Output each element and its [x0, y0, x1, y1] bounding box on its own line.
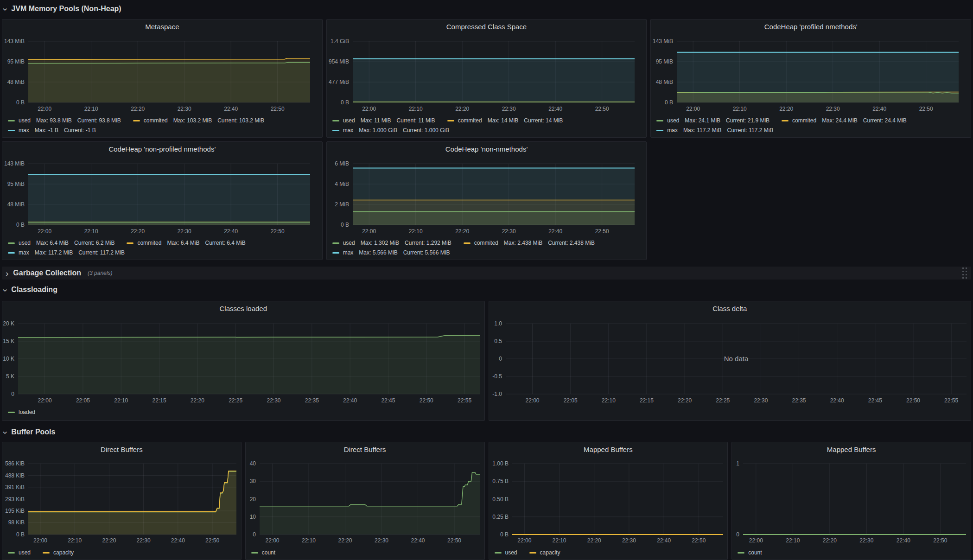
svg-text:22:50: 22:50 [934, 537, 948, 544]
series-max [28, 175, 310, 225]
legend-item-max[interactable]: maxMax: 1.000 GiBCurrent: 1.000 GiB [332, 126, 449, 135]
legend-item-count[interactable]: count [738, 548, 762, 558]
svg-text:22:30: 22:30 [267, 397, 280, 404]
legend-series-name: max [343, 126, 354, 135]
legend-series-name: used [505, 548, 517, 558]
svg-text:0 B: 0 B [16, 531, 25, 538]
svg-text:22:15: 22:15 [639, 397, 653, 404]
legend-series-name: loaded [19, 407, 35, 417]
legend-item-used[interactable]: usedMax: 11 MiBCurrent: 11 MiB [332, 116, 435, 126]
svg-text:0 B: 0 B [500, 531, 508, 538]
svg-text:30: 30 [249, 478, 256, 484]
svg-text:477 MiB: 477 MiB [329, 79, 349, 85]
svg-text:293 KiB: 293 KiB [5, 496, 25, 503]
panel-title[interactable]: Class delta [489, 305, 971, 312]
row-header-jvm-memory-pools[interactable]: › JVM Memory Pools (Non-Heap) [4, 3, 121, 15]
row-title: Buffer Pools [11, 428, 55, 436]
svg-text:22:10: 22:10 [601, 397, 615, 404]
svg-text:1: 1 [737, 460, 740, 467]
svg-text:22:00: 22:00 [38, 228, 51, 235]
legend-item-commited[interactable]: commitedMax: 14 MiBCurrent: 14 MiB [447, 116, 563, 126]
svg-text:0.25 B: 0.25 B [492, 514, 509, 520]
legend-item-loaded[interactable]: loaded [8, 407, 35, 417]
legend-series-stat: Current: 6.2 MiB [74, 238, 114, 248]
legend-series-name: count [748, 548, 762, 558]
legend-item-max[interactable]: maxMax: 117.2 MiBCurrent: 117.2 MiB [8, 248, 125, 258]
row-garbage-collection[interactable]: › Garbage Collection (3 panels) [2, 267, 971, 280]
legend-series-stat: Max: 1.000 GiB [359, 126, 397, 135]
legend-item-used[interactable]: usedMax: 6.4 MiBCurrent: 6.2 MiB [8, 238, 114, 248]
legend-item-max[interactable]: maxMax: 5.566 MiBCurrent: 5.566 MiB [332, 248, 450, 258]
legend-series-stat: Max: 117.2 MiB [683, 126, 721, 135]
legend-item-used[interactable]: used [495, 548, 517, 558]
legend-series-color-icon [738, 552, 744, 554]
legend-item-capacity[interactable]: capacity [529, 548, 560, 558]
legend-item-used[interactable]: usedMax: 93.8 MiBCurrent: 93.8 MiB [8, 116, 121, 126]
panel-title[interactable]: Metaspace [2, 23, 322, 31]
legend-item-commited[interactable]: commitedMax: 2.438 MiBCurrent: 2.438 MiB [464, 238, 595, 248]
svg-text:48 MiB: 48 MiB [7, 79, 25, 85]
legend-series-name: max [19, 248, 29, 258]
panel-title[interactable]: CodeHeap 'profiled nmethods' [651, 23, 971, 31]
x-axis-tick-labels: 22:0022:1022:2022:3022:4022:50 [517, 537, 706, 544]
y-axis-tick-labels: 0 B0.25 B0.50 B0.75 B1.00 B [492, 460, 509, 538]
legend-item-commited[interactable]: commitedMax: 6.4 MiBCurrent: 6.4 MiB [127, 238, 245, 248]
svg-text:22:30: 22:30 [178, 228, 191, 235]
legend-item-count[interactable]: count [251, 548, 275, 558]
svg-text:22:20: 22:20 [338, 537, 352, 544]
legend-item-used[interactable]: used [8, 548, 31, 558]
panel-title[interactable]: CodeHeap 'non-profiled nmethods' [2, 145, 322, 153]
panel-title[interactable]: CodeHeap 'non-nmethods' [327, 145, 647, 153]
legend-series-stat: Current: 117.2 MiB [78, 248, 125, 258]
legend: usedMax: 1.302 MiBCurrent: 1.292 MiBcomm… [332, 238, 644, 258]
svg-text:22:10: 22:10 [84, 106, 98, 112]
panel-title[interactable]: Mapped Buffers [732, 445, 971, 453]
legend: usedcapacity [495, 548, 725, 558]
legend-item-used[interactable]: usedMax: 1.302 MiBCurrent: 1.292 MiB [332, 238, 452, 248]
legend-item-commited[interactable]: commitedMax: 24.4 MiBCurrent: 24.4 MiB [782, 116, 907, 126]
panel-title[interactable]: Compressed Class Space [327, 23, 647, 31]
legend-item-commited[interactable]: commitedMax: 103.2 MiBCurrent: 103.2 MiB [133, 116, 264, 126]
drag-handle-icon[interactable] [962, 267, 967, 279]
legend-item-max[interactable]: maxMax: -1 BCurrent: -1 B [8, 126, 96, 135]
svg-text:22:10: 22:10 [552, 537, 566, 544]
legend-item-capacity[interactable]: capacity [43, 548, 74, 558]
series-used [677, 92, 959, 102]
svg-text:22:20: 22:20 [455, 106, 469, 112]
row-header-buffer-pools[interactable]: › Buffer Pools [4, 426, 55, 438]
panel-classes-loaded: 05 K10 K15 K20 K22:0022:0522:1022:1522:2… [2, 301, 485, 421]
panel-title[interactable]: Direct Buffers [246, 445, 484, 453]
y-axis-tick-labels: -1.0-0.500.51.0 [492, 320, 502, 397]
legend-item-used[interactable]: usedMax: 24.1 MiBCurrent: 21.9 MiB [656, 116, 769, 126]
legend: count [738, 548, 968, 558]
svg-text:95 MiB: 95 MiB [7, 58, 25, 65]
svg-text:22:30: 22:30 [178, 106, 191, 112]
legend-series-color-icon [43, 552, 50, 554]
panel-compressed-class-space: 0 B477 MiB954 MiB1.4 GiB22:0022:1022:202… [326, 19, 647, 138]
legend-series-color-icon [8, 120, 15, 121]
y-axis-tick-labels: 010203040 [249, 460, 256, 538]
panel-title[interactable]: Mapped Buffers [489, 445, 728, 453]
x-axis-tick-labels: 22:0022:1022:2022:3022:4022:50 [362, 228, 609, 235]
svg-text:22:50: 22:50 [271, 106, 285, 112]
x-axis-tick-labels: 22:0022:1022:2022:3022:4022:50 [749, 537, 948, 544]
legend-series-color-icon [251, 552, 258, 554]
series-used [353, 102, 635, 102]
svg-text:1.0: 1.0 [494, 320, 502, 327]
legend-series-color-icon [332, 130, 339, 131]
panel-codeheap-profiled: 0 B48 MiB95 MiB143 MiB22:0022:1022:2022:… [650, 19, 971, 138]
svg-text:22:35: 22:35 [305, 397, 319, 404]
y-axis-tick-labels: 0 B98 KiB195 KiB293 KiB391 KiB488 KiB586… [5, 460, 25, 538]
panel-title[interactable]: Classes loaded [2, 305, 484, 312]
svg-text:0 B: 0 B [665, 99, 673, 106]
legend-item-max[interactable]: maxMax: 117.2 MiBCurrent: 117.2 MiB [656, 126, 773, 135]
panel-title[interactable]: Direct Buffers [2, 445, 241, 453]
svg-text:22:10: 22:10 [786, 537, 800, 544]
svg-text:22:20: 22:20 [102, 537, 116, 544]
legend-series-color-icon [8, 412, 15, 413]
legend-series-stat: Max: 103.2 MiB [173, 116, 212, 126]
svg-text:22:40: 22:40 [897, 537, 910, 544]
svg-text:22:50: 22:50 [447, 537, 461, 544]
row-header-classloading[interactable]: › Classloading [4, 284, 57, 296]
svg-text:22:20: 22:20 [823, 537, 837, 544]
